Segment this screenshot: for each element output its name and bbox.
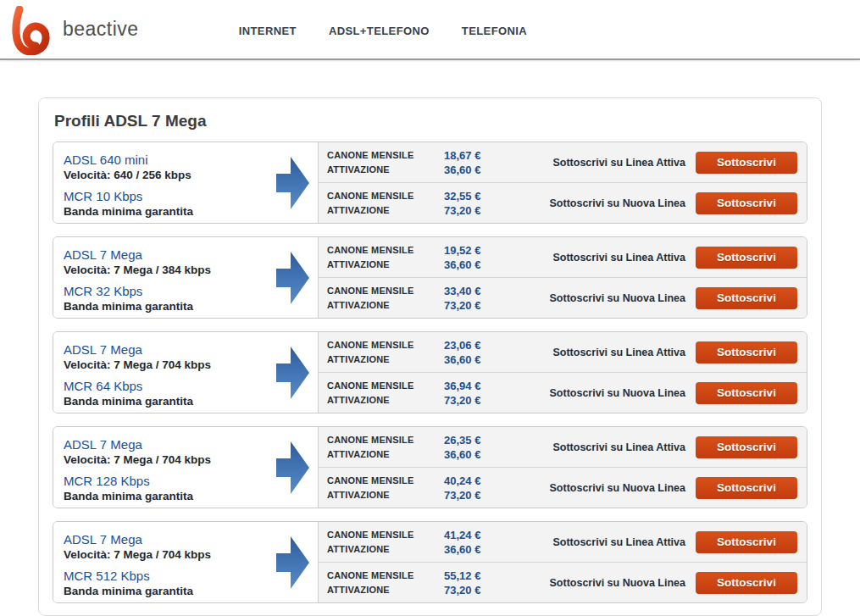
product-info: ADSL 7 Mega Velocità: 7 Mega / 384 kbps … bbox=[53, 237, 319, 318]
sottoscrivi-button[interactable]: Sottoscrivi bbox=[696, 477, 797, 499]
attivazione-value: 73,20 € bbox=[444, 488, 480, 502]
subscribe-type-label: Sottoscrivi su Nuova Linea bbox=[497, 292, 696, 304]
canone-label: CANONE MENSILE bbox=[327, 474, 444, 488]
subscribe-type-label: Sottoscrivi su Nuova Linea bbox=[497, 482, 696, 494]
sottoscrivi-button[interactable]: Sottoscrivi bbox=[696, 382, 797, 404]
price-table: CANONE MENSILE 55,12 € ATTIVAZIONE 73,20… bbox=[327, 569, 497, 597]
main-nav: INTERNET ADSL+TELEFONO TELEFONIA bbox=[239, 25, 527, 37]
subscribe-type-label: Sottoscrivi su Linea Attiva bbox=[497, 347, 696, 358]
sottoscrivi-button[interactable]: Sottoscrivi bbox=[696, 436, 797, 458]
price-table: CANONE MENSILE 40,24 € ATTIVAZIONE 73,20… bbox=[327, 474, 497, 502]
sottoscrivi-button[interactable]: Sottoscrivi bbox=[696, 341, 797, 363]
product-card: ADSL 7 Mega Velocità: 7 Mega / 384 kbps … bbox=[53, 236, 807, 319]
canone-value: 26,35 € bbox=[444, 433, 480, 447]
sottoscrivi-button[interactable]: Sottoscrivi bbox=[696, 572, 797, 594]
canone-label: CANONE MENSILE bbox=[327, 379, 444, 393]
attivazione-label: ATTIVAZIONE bbox=[327, 258, 444, 272]
arrow-right-icon bbox=[276, 536, 310, 590]
nav-item-adsl-telefono[interactable]: ADSL+TELEFONO bbox=[329, 25, 430, 37]
price-table: CANONE MENSILE 26,35 € ATTIVAZIONE 36,60… bbox=[327, 433, 497, 462]
sottoscrivi-button[interactable]: Sottoscrivi bbox=[696, 247, 797, 269]
offers: CANONE MENSILE 26,35 € ATTIVAZIONE 36,60… bbox=[319, 427, 807, 508]
product-card: ADSL 7 Mega Velocità: 7 Mega / 704 kbps … bbox=[53, 521, 807, 603]
canone-value: 41,24 € bbox=[444, 528, 480, 542]
beactive-logo-icon bbox=[7, 6, 54, 55]
attivazione-value: 73,20 € bbox=[444, 203, 480, 218]
canone-label: CANONE MENSILE bbox=[327, 148, 444, 163]
attivazione-label: ATTIVAZIONE bbox=[327, 488, 444, 502]
offers: CANONE MENSILE 41,24 € ATTIVAZIONE 36,60… bbox=[319, 522, 807, 602]
attivazione-value: 36,60 € bbox=[444, 542, 480, 557]
offer-row: CANONE MENSILE 32,55 € ATTIVAZIONE 73,20… bbox=[319, 182, 807, 223]
canone-value: 19,52 € bbox=[444, 243, 480, 258]
sottoscrivi-button[interactable]: Sottoscrivi bbox=[696, 192, 797, 214]
offer-row: CANONE MENSILE 26,35 € ATTIVAZIONE 36,60… bbox=[319, 427, 807, 467]
canone-value: 33,40 € bbox=[444, 284, 480, 298]
canone-value: 23,06 € bbox=[444, 338, 480, 352]
attivazione-value: 73,20 € bbox=[444, 583, 480, 597]
arrow-right-icon bbox=[276, 251, 310, 305]
canone-value: 36,94 € bbox=[444, 379, 480, 393]
arrow-right-icon bbox=[276, 156, 310, 210]
subscribe-type-label: Sottoscrivi su Linea Attiva bbox=[497, 157, 696, 169]
canone-label: CANONE MENSILE bbox=[327, 284, 444, 298]
price-table: CANONE MENSILE 33,40 € ATTIVAZIONE 73,20… bbox=[327, 284, 497, 313]
canone-value: 55,12 € bbox=[444, 569, 480, 583]
attivazione-value: 73,20 € bbox=[444, 393, 480, 408]
attivazione-value: 36,60 € bbox=[444, 258, 480, 272]
subscribe-type-label: Sottoscrivi su Nuova Linea bbox=[497, 387, 696, 399]
offers: CANONE MENSILE 19,52 € ATTIVAZIONE 36,60… bbox=[319, 237, 807, 318]
attivazione-label: ATTIVAZIONE bbox=[327, 163, 444, 177]
price-table: CANONE MENSILE 32,55 € ATTIVAZIONE 73,20… bbox=[327, 189, 497, 218]
attivazione-label: ATTIVAZIONE bbox=[327, 447, 444, 462]
page-title: Profili ADSL 7 Mega bbox=[54, 112, 807, 130]
offer-row: CANONE MENSILE 23,06 € ATTIVAZIONE 36,60… bbox=[319, 332, 807, 372]
product-card: ADSL 7 Mega Velocità: 7 Mega / 704 kbps … bbox=[53, 426, 807, 508]
price-table: CANONE MENSILE 41,24 € ATTIVAZIONE 36,60… bbox=[327, 528, 497, 557]
product-card: ADSL 7 Mega Velocità: 7 Mega / 704 kbps … bbox=[53, 331, 807, 413]
subscribe-type-label: Sottoscrivi su Linea Attiva bbox=[497, 536, 696, 548]
arrow-right-icon bbox=[276, 441, 310, 495]
nav-item-internet[interactable]: INTERNET bbox=[239, 25, 297, 37]
sottoscrivi-button[interactable]: Sottoscrivi bbox=[696, 287, 797, 309]
offer-row: CANONE MENSILE 19,52 € ATTIVAZIONE 36,60… bbox=[319, 237, 807, 277]
canone-label: CANONE MENSILE bbox=[327, 433, 444, 447]
offers: CANONE MENSILE 23,06 € ATTIVAZIONE 36,60… bbox=[319, 332, 807, 413]
subscribe-type-label: Sottoscrivi su Linea Attiva bbox=[497, 441, 696, 453]
price-table: CANONE MENSILE 36,94 € ATTIVAZIONE 73,20… bbox=[327, 379, 497, 408]
nav-item-telefonia[interactable]: TELEFONIA bbox=[462, 25, 527, 37]
canone-label: CANONE MENSILE bbox=[327, 528, 444, 542]
header: beactive INTERNET ADSL+TELEFONO TELEFONI… bbox=[0, 0, 860, 60]
canone-label: CANONE MENSILE bbox=[327, 243, 444, 258]
price-table: CANONE MENSILE 18,67 € ATTIVAZIONE 36,60… bbox=[327, 148, 497, 177]
subscribe-type-label: Sottoscrivi su Nuova Linea bbox=[497, 197, 696, 209]
brand-wordmark: beactive bbox=[63, 18, 139, 41]
attivazione-label: ATTIVAZIONE bbox=[327, 298, 444, 313]
price-table: CANONE MENSILE 23,06 € ATTIVAZIONE 36,60… bbox=[327, 338, 497, 367]
offer-row: CANONE MENSILE 18,67 € ATTIVAZIONE 36,60… bbox=[319, 142, 807, 182]
canone-label: CANONE MENSILE bbox=[327, 338, 444, 352]
sottoscrivi-button[interactable]: Sottoscrivi bbox=[696, 152, 797, 174]
canone-label: CANONE MENSILE bbox=[327, 189, 444, 203]
offer-row: CANONE MENSILE 33,40 € ATTIVAZIONE 73,20… bbox=[319, 277, 807, 318]
attivazione-value: 36,60 € bbox=[444, 163, 480, 177]
attivazione-label: ATTIVAZIONE bbox=[327, 583, 444, 597]
attivazione-label: ATTIVAZIONE bbox=[327, 393, 444, 408]
canone-label: CANONE MENSILE bbox=[327, 569, 444, 583]
offer-row: CANONE MENSILE 41,24 € ATTIVAZIONE 36,60… bbox=[319, 522, 807, 562]
canone-value: 18,67 € bbox=[444, 148, 480, 163]
product-info: ADSL 7 Mega Velocità: 7 Mega / 704 kbps … bbox=[53, 427, 319, 508]
product-info: ADSL 7 Mega Velocità: 7 Mega / 704 kbps … bbox=[53, 332, 319, 413]
attivazione-label: ATTIVAZIONE bbox=[327, 352, 444, 367]
offers: CANONE MENSILE 18,67 € ATTIVAZIONE 36,60… bbox=[319, 142, 807, 223]
arrow-right-icon bbox=[276, 346, 310, 400]
canone-value: 32,55 € bbox=[444, 189, 480, 203]
product-info: ADSL 7 Mega Velocità: 7 Mega / 704 kbps … bbox=[53, 522, 319, 602]
profiles-panel: Profili ADSL 7 Mega ADSL 640 mini Veloci… bbox=[38, 97, 822, 616]
canone-value: 40,24 € bbox=[444, 474, 480, 488]
product-info: ADSL 640 mini Velocità: 640 / 256 kbps M… bbox=[53, 142, 319, 223]
attivazione-label: ATTIVAZIONE bbox=[327, 203, 444, 218]
product-card: ADSL 640 mini Velocità: 640 / 256 kbps M… bbox=[53, 142, 807, 224]
offer-row: CANONE MENSILE 40,24 € ATTIVAZIONE 73,20… bbox=[319, 467, 807, 508]
sottoscrivi-button[interactable]: Sottoscrivi bbox=[696, 531, 797, 553]
